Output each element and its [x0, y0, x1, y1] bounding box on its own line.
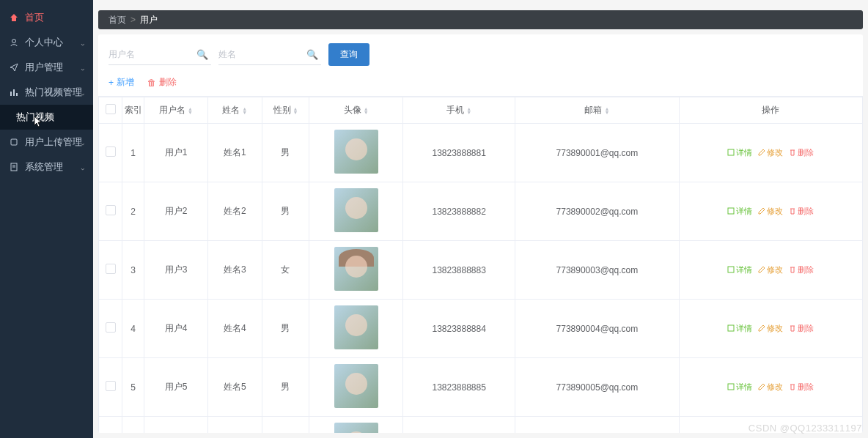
chevron-down-icon: ⌃	[80, 39, 86, 47]
cell-username: 用户6	[144, 417, 208, 434]
username-input[interactable]	[108, 49, 211, 59]
query-button[interactable]: 查询	[328, 43, 369, 66]
chevron-down-icon: ⌃	[80, 138, 86, 146]
sidebar: 首页 个人中心 ⌃ 用户管理 ⌃ 热门视频管理 ⌃ 热门视频 用户上传管理 ⌃ …	[0, 0, 93, 438]
menu-user-mgmt[interactable]: 用户管理 ⌃	[0, 55, 93, 80]
cell-ops: 详情修改删除	[679, 300, 862, 358]
menu-profile[interactable]: 个人中心 ⌃	[0, 30, 93, 55]
cell-email: 773890005@qq.com	[515, 358, 680, 417]
edit-button[interactable]: 修改	[758, 147, 783, 158]
sort-icon[interactable]: ▲▼	[364, 107, 369, 114]
svg-rect-9	[728, 208, 734, 214]
detail-button[interactable]: 详情	[727, 206, 752, 217]
table-wrap[interactable]: 索引 用户名▲▼ 姓名▲▼ 性别▲▼ 头像▲▼ 手机▲▼ 邮箱▲▼ 操作 1用户…	[98, 97, 863, 433]
detail-button[interactable]: 详情	[727, 382, 752, 393]
menu-home[interactable]: 首页	[0, 5, 93, 30]
send-icon	[9, 62, 19, 73]
avatar	[334, 423, 378, 433]
sort-icon[interactable]: ▲▼	[242, 107, 247, 114]
cell-ops: 详情修改删除	[679, 417, 862, 434]
cell-index: 3	[122, 241, 144, 300]
row-delete-button[interactable]: 删除	[789, 323, 814, 334]
table-row: 1用户1姓名1男13823888881773890001@qq.com详情修改删…	[99, 124, 863, 182]
cell-name: 姓名2	[208, 182, 262, 241]
edit-button[interactable]: 修改	[758, 206, 783, 217]
sort-icon[interactable]: ▲▼	[604, 107, 609, 114]
name-input-wrap: 🔍	[218, 45, 321, 65]
th-email[interactable]: 邮箱▲▼	[515, 97, 680, 124]
select-all-checkbox[interactable]	[106, 104, 116, 114]
cell-index: 6	[122, 417, 144, 434]
breadcrumb-home[interactable]: 首页	[108, 14, 126, 26]
table-row: 5用户5姓名5男13823888885773890005@qq.com详情修改删…	[99, 358, 863, 417]
detail-button[interactable]: 详情	[727, 264, 752, 275]
search-icon: 🔍	[196, 49, 208, 60]
cell-avatar	[309, 124, 403, 182]
th-ops: 操作	[679, 97, 862, 124]
cell-email: 773890001@qq.com	[515, 124, 680, 182]
chevron-down-icon: ⌃	[80, 163, 86, 171]
edit-button[interactable]: 修改	[758, 264, 783, 275]
menu-system[interactable]: 系统管理 ⌃	[0, 155, 93, 179]
edit-button[interactable]: 修改	[758, 323, 783, 334]
chevron-down-icon: ⌃	[80, 89, 86, 97]
cell-name: 姓名3	[208, 241, 262, 300]
submenu-hot-video[interactable]: 热门视频	[0, 105, 93, 130]
cell-username: 用户4	[144, 300, 208, 358]
row-delete-button[interactable]: 删除	[789, 206, 814, 217]
svg-rect-3	[16, 93, 18, 96]
th-avatar[interactable]: 头像▲▼	[309, 97, 403, 124]
row-checkbox[interactable]	[106, 205, 116, 215]
cell-index: 5	[122, 358, 144, 417]
menu-label: 热门视频	[16, 111, 54, 124]
detail-button[interactable]: 详情	[727, 147, 752, 158]
row-checkbox[interactable]	[106, 264, 116, 274]
cell-index: 2	[122, 182, 144, 241]
menu-label: 用户管理	[25, 61, 63, 74]
menu-hot-video[interactable]: 热门视频管理 ⌃	[0, 80, 93, 105]
home-icon	[9, 12, 19, 23]
breadcrumb: 首页 > 用户	[98, 10, 863, 29]
th-gender[interactable]: 性别▲▼	[262, 97, 309, 124]
th-username[interactable]: 用户名▲▼	[144, 97, 208, 124]
cell-email: 773890002@qq.com	[515, 182, 680, 241]
cell-phone: 13823888885	[403, 358, 515, 417]
cell-avatar	[309, 300, 403, 358]
cell-phone: 13823888884	[403, 300, 515, 358]
sort-icon[interactable]: ▲▼	[466, 107, 471, 114]
row-checkbox[interactable]	[106, 322, 116, 333]
row-checkbox[interactable]	[106, 381, 116, 391]
add-button[interactable]: + 新增	[108, 76, 134, 89]
cell-name: 姓名1	[208, 124, 262, 182]
svg-rect-4	[11, 139, 17, 145]
table-row: 3用户3姓名3女13823888883773890003@qq.com详情修改删…	[99, 241, 863, 300]
edit-button[interactable]: 修改	[758, 382, 783, 393]
main: 首页 > 用户 🔍 🔍 查询 + 新增	[93, 0, 868, 438]
th-name[interactable]: 姓名▲▼	[208, 97, 262, 124]
cell-index: 1	[122, 124, 144, 182]
cell-gender: 男	[262, 300, 309, 358]
cell-username: 用户1	[144, 124, 208, 182]
detail-button[interactable]: 详情	[727, 323, 752, 334]
sort-icon[interactable]: ▲▼	[293, 107, 298, 114]
search-row: 🔍 🔍 查询	[98, 43, 863, 73]
cell-phone: 13823888883	[403, 241, 515, 300]
name-input[interactable]	[218, 49, 321, 59]
doc-icon	[9, 162, 19, 172]
row-delete-button[interactable]: 删除	[789, 147, 814, 158]
cell-gender: 男	[262, 124, 309, 182]
trash-icon: 🗑	[147, 78, 156, 88]
row-delete-button[interactable]: 删除	[789, 382, 814, 393]
delete-label: 删除	[159, 76, 177, 89]
row-delete-button[interactable]: 删除	[789, 264, 814, 275]
th-phone[interactable]: 手机▲▼	[403, 97, 515, 124]
cell-email: 773890006@qq.com	[515, 417, 680, 434]
cell-ops: 详情修改删除	[679, 124, 862, 182]
menu-upload-mgmt[interactable]: 用户上传管理 ⌃	[0, 130, 93, 155]
sort-icon[interactable]: ▲▼	[188, 107, 193, 114]
th-index: 索引	[122, 97, 144, 124]
row-checkbox[interactable]	[106, 146, 116, 157]
delete-button[interactable]: 🗑 删除	[147, 76, 177, 89]
table-row: 2用户2姓名2男13823888882773890002@qq.com详情修改删…	[99, 182, 863, 241]
menu-label: 系统管理	[25, 160, 63, 174]
